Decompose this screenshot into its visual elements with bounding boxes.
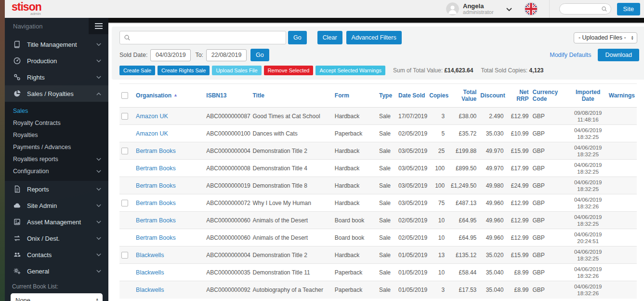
date-go-button[interactable]: Go	[250, 49, 269, 61]
sales-royalties-submenu: Sales Royalty Contracts Royalties Paymen…	[5, 102, 108, 181]
sold-date-to-input[interactable]	[206, 49, 247, 61]
sidebar-item-site-admin[interactable]: Site Admin	[5, 197, 108, 214]
sidebar-item-asset-management[interactable]: Asset Management	[5, 214, 108, 230]
column-header-form[interactable]: Form	[333, 84, 377, 108]
sidebar-item-general[interactable]: General	[5, 263, 108, 279]
column-header-imported-date[interactable]: Imported Date	[569, 84, 607, 108]
cell-net-rrp: £24.99	[505, 177, 530, 194]
clear-button[interactable]: Clear	[317, 31, 342, 44]
cell-form: Board book	[333, 229, 377, 246]
content-top-bar	[108, 18, 644, 23]
table-search-input[interactable]	[134, 34, 282, 41]
column-header-copies[interactable]: Copies	[427, 84, 447, 108]
column-header-type[interactable]: Type	[377, 84, 396, 108]
cell-currency: GBP	[530, 177, 569, 194]
sidebar-item-rights[interactable]: Rights	[5, 69, 108, 85]
column-header-date-sold[interactable]: Date Sold	[396, 84, 427, 108]
sidebar-subitem-royalty-contracts[interactable]: Royalty Contracts	[5, 117, 108, 129]
cell-net-rrp: £8.99	[505, 281, 530, 299]
create-rights-sale-button[interactable]: Create Rights Sale	[158, 66, 210, 75]
divider	[108, 23, 644, 24]
sidebar-subitem-royalties-reports[interactable]: Royalties reports	[5, 153, 108, 165]
brand-logo[interactable]: stison admin	[12, 2, 41, 16]
user-menu[interactable]: Angela administrator	[446, 2, 512, 15]
table-row: Bertram Books ABC0000000060 Animals of t…	[119, 229, 637, 246]
organisation-link[interactable]: Bertram Books	[136, 234, 176, 241]
organisation-link[interactable]: Blackwells	[136, 287, 164, 293]
column-header-currency-code[interactable]: Currency Code	[530, 84, 569, 108]
image-icon	[13, 218, 21, 226]
download-button[interactable]: Download	[598, 49, 639, 61]
cell-form: Hardback	[333, 246, 377, 264]
cell-warnings	[607, 281, 637, 299]
modify-defaults-link[interactable]: Modify Defaults	[550, 52, 591, 58]
chevron-down-icon	[96, 270, 101, 273]
remove-selected-button[interactable]: Remove Selected	[264, 66, 314, 75]
sidebar-item-title-management[interactable]: Title Management	[5, 36, 108, 53]
row-checkbox[interactable]	[121, 148, 128, 154]
site-button[interactable]: Site	[617, 3, 640, 15]
column-header-net-rrp[interactable]: Net RRP	[505, 84, 530, 108]
sidebar-subitem-payments-advances[interactable]: Payments / Advances	[5, 141, 108, 153]
sidebar-subitem-sales[interactable]: Sales	[5, 105, 108, 117]
site-search-input[interactable]	[559, 3, 611, 14]
organisation-link[interactable]: Amazon UK	[136, 130, 168, 137]
sidebar-item-production[interactable]: Production	[5, 53, 108, 69]
table-row: Amazon UK ABC0000000087 Good Times at Ca…	[119, 108, 637, 125]
organisation-link[interactable]: Bertram Books	[136, 148, 176, 154]
cell-imported-date: 04/06/201918:32:26	[569, 194, 607, 212]
column-header-total-value[interactable]: Total Value	[447, 84, 478, 108]
create-sale-button[interactable]: Create Sale	[119, 66, 155, 75]
cell-imported-date: 04/06/201918:32:26	[569, 281, 607, 299]
menu-toggle-button[interactable]	[89, 18, 108, 34]
cell-net-rrp: £8.99	[505, 264, 530, 281]
sidebar-item-onix-dest[interactable]: Onix / Dest.	[5, 230, 108, 246]
search-icon	[601, 6, 607, 12]
cell-title: Demonstration Title 11	[250, 264, 332, 281]
sold-date-from-input[interactable]	[150, 49, 191, 61]
column-header-title[interactable]: Title	[250, 84, 332, 108]
cell-type: Sale	[377, 125, 396, 142]
column-header-warnings[interactable]: Warnings	[607, 84, 637, 108]
select-all-checkbox[interactable]	[121, 92, 128, 99]
accept-selected-warnings-button[interactable]: Accept Selected Warnings	[315, 66, 385, 75]
language-flag-uk-icon[interactable]	[525, 2, 538, 15]
table-row: Bertram Books ABC0000000072 Why I Love M…	[119, 194, 637, 212]
sidebar-item-contacts[interactable]: Contacts	[5, 246, 108, 263]
cell-type: Sale	[377, 212, 396, 229]
organisation-link[interactable]: Bertram Books	[136, 217, 176, 224]
cell-copies: 5	[427, 125, 447, 142]
sidebar-item-reports[interactable]: Reports	[5, 181, 108, 197]
advanced-filters-button[interactable]: Advanced Filters	[346, 31, 402, 44]
organisation-link[interactable]: Amazon UK	[136, 113, 168, 120]
cell-total-value: £135.12	[447, 246, 478, 264]
organisation-link[interactable]: Bertram Books	[136, 182, 176, 189]
organisation-link[interactable]: Bertram Books	[136, 200, 176, 206]
column-header-organisation[interactable]: Organisation▲	[134, 84, 204, 108]
report-icon	[13, 185, 21, 193]
row-checkbox[interactable]	[121, 200, 128, 206]
cell-imported-date: 09/08/201911:48:16	[569, 108, 607, 125]
gears-icon	[13, 267, 21, 275]
cell-isbn: ABC0000000060	[204, 229, 250, 246]
row-checkbox[interactable]	[121, 113, 128, 120]
upload-sales-file-button[interactable]: Upload Sales File	[212, 66, 261, 75]
chevron-down-icon	[96, 43, 101, 46]
row-checkbox[interactable]	[121, 252, 128, 259]
cell-title: Autobiography of a Teacher	[250, 281, 332, 299]
sidebar-subitem-royalties[interactable]: Royalties	[5, 129, 108, 141]
current-book-list-select[interactable]: None ▲▼	[11, 293, 103, 301]
cell-copies: 100	[427, 177, 447, 194]
organisation-link[interactable]: Blackwells	[136, 269, 164, 276]
table-row: Bertram Books ABC0000000060 Animals of t…	[119, 212, 637, 229]
column-header-isbn13[interactable]: ISBN13	[204, 84, 250, 108]
uploaded-files-select[interactable]: - Uploaded Files - ▲▼	[574, 32, 637, 43]
sidebar-subitem-configuration[interactable]: Configuration	[5, 165, 108, 178]
organisation-link[interactable]: Blackwells	[136, 252, 164, 259]
cell-title: Demonstration Title 2	[250, 142, 332, 160]
search-go-button[interactable]: Go	[288, 31, 307, 44]
organisation-link[interactable]: Bertram Books	[136, 165, 176, 172]
cell-imported-date: 04/06/201918:32:26	[569, 264, 607, 281]
sidebar-item-sales-royalties[interactable]: Sales / Royalties	[5, 85, 108, 102]
column-header-discount[interactable]: Discount	[478, 84, 505, 108]
